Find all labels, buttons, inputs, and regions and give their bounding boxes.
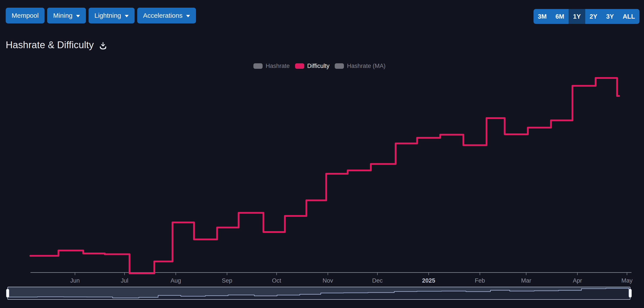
x-axis-label: 2025 [422, 277, 435, 284]
x-axis-label: Apr [573, 277, 582, 284]
x-axis-label: Oct [272, 277, 282, 284]
x-axis-label: Jun [70, 277, 80, 284]
x-axis-label: Sep [222, 277, 232, 284]
datazoom-right-handle[interactable] [629, 289, 632, 298]
x-axis-label: Mar [521, 277, 531, 284]
x-axis-label: Dec [372, 277, 383, 284]
x-axis-label: Nov [323, 277, 334, 284]
x-axis-label: Aug [170, 277, 181, 284]
x-axis-label: May [622, 277, 633, 284]
x-axis-label: Jul [121, 277, 128, 284]
datazoom-left-handle[interactable] [6, 289, 9, 298]
difficulty-line [30, 78, 619, 273]
chart-canvas[interactable]: JunJulAugSepOctNovDec2025FebMarAprMay [0, 0, 644, 308]
x-axis-label: Feb [475, 277, 485, 284]
